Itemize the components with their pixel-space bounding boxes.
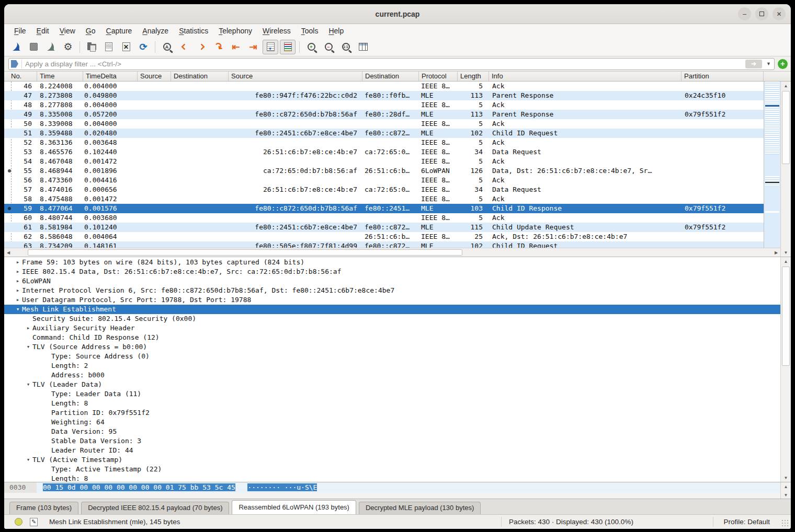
hex-view[interactable]: 0030 00 15 0d 00 00 00 00 00 00 00 01 75… — [4, 482, 780, 499]
detail-row[interactable]: ▸User Datagram Protocol, Src Port: 19788… — [4, 295, 780, 305]
scroll-right-icon[interactable] — [772, 248, 780, 257]
byte-tab[interactable]: Decrypted IEEE 802.15.4 payload (70 byte… — [81, 502, 229, 514]
packet-row[interactable]: 598.4770640.001576fe80::c872:650d:b7b8:5… — [4, 204, 764, 213]
packet-list-hscrollbar[interactable] — [4, 248, 780, 257]
detail-vscrollbar[interactable] — [780, 257, 791, 482]
zoom-original-icon[interactable]: 1:1 — [338, 40, 354, 54]
detail-row[interactable]: Stable Data Version: 3 — [4, 436, 780, 446]
status-profile[interactable]: Profile: Default — [723, 518, 770, 526]
collapsed-arrow-icon[interactable]: ▸ — [14, 267, 22, 276]
packet-row[interactable]: 638.7342090.148161fe80::505e:f807:7f81:4… — [4, 241, 764, 248]
column-header-no[interactable]: No. — [4, 72, 37, 81]
display-filter-input[interactable]: Apply a display filter ... <Ctrl-/> — [8, 58, 775, 70]
resize-grip[interactable] — [781, 519, 789, 527]
filter-bookmark-icon[interactable] — [11, 60, 18, 68]
detail-row[interactable]: Security Suite: 802.15.4 Security (0x00) — [4, 314, 780, 323]
column-header-destination[interactable]: Destination — [171, 72, 229, 81]
detail-row[interactable]: Type: Source Address (0) — [4, 352, 780, 361]
menu-wireless[interactable]: Wireless — [258, 26, 296, 36]
detail-row[interactable]: Weighting: 64 — [4, 418, 780, 427]
stop-capture-icon[interactable] — [26, 40, 41, 54]
column-header-info[interactable]: Info — [489, 72, 682, 81]
expanded-arrow-icon[interactable]: ▾ — [24, 455, 32, 465]
scroll-up-icon[interactable] — [781, 257, 791, 265]
maximize-button[interactable] — [755, 7, 768, 20]
minimize-button[interactable]: – — [738, 7, 751, 20]
collapsed-arrow-icon[interactable]: ▸ — [14, 276, 22, 286]
column-header-source[interactable]: Source — [229, 72, 362, 81]
menu-statistics[interactable]: Statistics — [174, 26, 213, 36]
detail-row[interactable]: ▸Frame 59: 103 bytes on wire (824 bits),… — [4, 258, 780, 267]
detail-row[interactable]: Length: 2 — [4, 361, 780, 371]
detail-row[interactable]: Type: Leader Data (11) — [4, 389, 780, 399]
byte-tab[interactable]: Frame (103 bytes) — [9, 502, 78, 514]
menu-telephony[interactable]: Telephony — [214, 26, 257, 36]
zoom-out-icon[interactable]: − — [321, 40, 336, 54]
packet-minimap[interactable] — [764, 82, 780, 248]
expanded-arrow-icon[interactable]: ▾ — [14, 305, 22, 314]
collapsed-arrow-icon[interactable]: ▸ — [14, 295, 22, 305]
packet-row[interactable]: 508.3390080.004000IEEE 8…5Ack — [4, 119, 764, 129]
packet-row[interactable]: 618.5819840.101240fe80::2451:c6b7:e8ce:4… — [4, 223, 764, 232]
column-header-source[interactable]: Source — [138, 72, 171, 81]
vscrollbar-thumb[interactable] — [782, 267, 790, 366]
menu-file[interactable]: File — [9, 26, 31, 36]
filter-dropdown-caret-icon[interactable] — [765, 61, 772, 66]
scroll-down-icon[interactable] — [781, 473, 791, 482]
add-filter-button-icon[interactable] — [778, 59, 788, 69]
column-header-time[interactable]: Time — [37, 72, 83, 81]
open-file-icon[interactable] — [84, 40, 99, 54]
menu-tools[interactable]: Tools — [297, 26, 323, 36]
detail-row[interactable]: ▸Internet Protocol Version 6, Src: fe80:… — [4, 286, 780, 295]
detail-row[interactable]: ▾TLV (Leader Data) — [4, 380, 780, 389]
apply-filter-icon[interactable] — [745, 60, 762, 68]
packet-row[interactable]: 548.4670480.001472IEEE 8…5Ack — [4, 157, 764, 166]
detail-row[interactable]: ▸Auxiliary Security Header — [4, 323, 780, 333]
detail-row[interactable]: Length: 8 — [4, 399, 780, 408]
detail-row[interactable]: ▸IEEE 802.15.4 Data, Dst: 26:51:c6:b7:e8… — [4, 267, 780, 276]
detail-row[interactable]: ▾Mesh Link Establishment — [4, 305, 780, 314]
column-header-partition[interactable]: Partition — [682, 72, 764, 81]
hex-selected-ascii[interactable]: ········ ···u·S\E — [247, 483, 317, 491]
packet-row[interactable]: 628.5860480.00406426:51:c6:b…IEEE 8…25Ac… — [4, 232, 764, 241]
restart-capture-icon[interactable] — [43, 40, 59, 54]
byte-tab[interactable]: Reassembled 6LoWPAN (193 bytes) — [232, 500, 356, 514]
collapsed-arrow-icon[interactable]: ▸ — [24, 323, 32, 333]
packet-row[interactable]: 578.4740160.00065626:51:c6:b7:e8:ce:4b:e… — [4, 185, 764, 194]
menu-go[interactable]: Go — [81, 26, 100, 36]
packet-row[interactable]: 568.4733600.004416IEEE 8…5Ack — [4, 176, 764, 185]
detail-row[interactable]: Partition ID: 0x79f551f2 — [4, 408, 780, 418]
close-button[interactable]: ✕ — [773, 7, 786, 20]
collapsed-arrow-icon[interactable]: ▸ — [14, 258, 22, 267]
scroll-down-icon[interactable] — [781, 491, 791, 499]
packet-row[interactable]: 558.4689440.001896ca:72:65:0d:b7:b8:56:a… — [4, 166, 764, 176]
packet-row[interactable]: 488.2778080.004000IEEE 8…5Ack — [4, 100, 764, 110]
expanded-arrow-icon[interactable]: ▾ — [24, 380, 32, 389]
detail-row[interactable]: Address: b000 — [4, 371, 780, 380]
hex-vscrollbar[interactable] — [780, 482, 791, 499]
go-forward-icon[interactable] — [194, 40, 209, 54]
detail-row[interactable]: ▾TLV (Source Address = b0:00) — [4, 342, 780, 352]
menu-analyze[interactable]: Analyze — [138, 26, 173, 36]
menu-view[interactable]: View — [55, 26, 80, 36]
column-header-protocol[interactable]: Protocol — [419, 72, 458, 81]
find-packet-icon[interactable]: A — [159, 40, 175, 54]
detail-row[interactable]: Data Version: 95 — [4, 427, 780, 436]
capture-comment-icon[interactable] — [30, 518, 38, 526]
close-file-icon[interactable]: ✕ — [118, 40, 134, 54]
menu-capture[interactable]: Capture — [101, 26, 137, 36]
byte-tab[interactable]: Decrypted MLE payload (130 bytes) — [359, 502, 481, 514]
resize-columns-icon[interactable] — [355, 40, 371, 54]
title-bar[interactable]: current.pcap –✕ — [4, 4, 791, 24]
column-header-timedelta[interactable]: TimeDelta — [83, 72, 138, 81]
packet-row[interactable]: 478.2738080.049800fe80::947f:f476:22bc:c… — [4, 91, 764, 100]
packet-row[interactable]: 518.3594880.020480fe80::2451:c6b7:e8ce:4… — [4, 129, 764, 138]
packet-row[interactable]: 588.4754880.001472IEEE 8…5Ack — [4, 194, 764, 204]
menu-edit[interactable]: Edit — [32, 26, 54, 36]
packet-row[interactable]: 468.2240080.004000IEEE 8…5Ack — [4, 82, 764, 91]
packet-row[interactable]: 608.4807440.003680IEEE 8…5Ack — [4, 213, 764, 223]
auto-scroll-icon[interactable] — [263, 40, 278, 54]
detail-row[interactable]: Leader Router ID: 44 — [4, 446, 780, 455]
detail-row[interactable]: Length: 8 — [4, 474, 780, 482]
scroll-left-icon[interactable] — [4, 248, 13, 257]
